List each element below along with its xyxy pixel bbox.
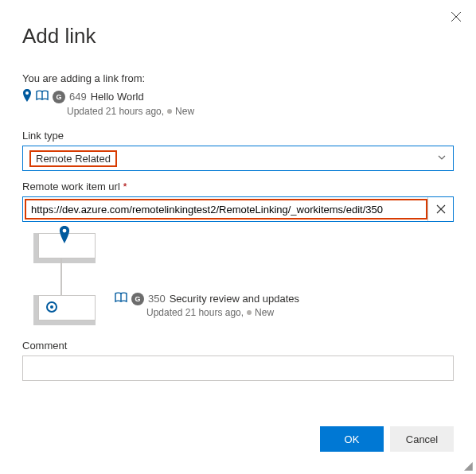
required-asterisk: * [123,181,127,192]
cancel-button[interactable]: Cancel [390,426,454,452]
linked-item: G 350 Security review and updates Update… [115,230,299,318]
linked-state: New [255,307,274,318]
pin-icon [22,89,32,104]
remote-url-input[interactable] [25,199,427,220]
pin-icon [58,226,71,246]
state-dot-icon [167,109,172,114]
chevron-down-icon [437,153,447,165]
url-label: Remote work item url * [22,181,454,192]
link-type-select[interactable]: Remote Related [22,146,454,171]
connector-line [60,258,62,300]
link-type-label: Link type [22,130,454,142]
resize-grip-icon[interactable]: ◢ [464,460,473,471]
target-icon [45,301,58,316]
dialog-title: Add link [22,24,454,49]
source-title: Hello World [91,91,144,103]
relationship-diagram: G 350 Security review and updates Update… [22,230,454,325]
source-state: New [175,106,194,117]
book-icon [36,90,49,103]
comment-label: Comment [22,340,454,352]
source-id: 649 [69,91,87,103]
link-type-value: Remote Related [29,150,117,167]
source-item: G 649 Hello World Updated 21 hours ago, … [22,89,454,117]
svg-point-1 [50,305,53,309]
linked-id: 350 [148,293,166,305]
linked-updated: Updated 21 hours ago, [146,307,244,318]
diagram-source-box [38,233,96,258]
comment-input[interactable] [22,356,454,381]
avatar-icon: G [131,293,144,305]
close-icon[interactable] [451,11,462,25]
intro-text: You are adding a link from: [22,72,454,84]
clear-url-button[interactable] [427,197,453,221]
ok-button[interactable]: OK [320,426,384,452]
linked-title: Security review and updates [170,293,299,305]
avatar-icon: G [53,91,65,103]
state-dot-icon [247,310,252,315]
close-icon [436,204,446,214]
source-updated: Updated 21 hours ago, [67,106,164,117]
diagram-target-box [38,295,96,321]
book-icon [115,292,127,305]
